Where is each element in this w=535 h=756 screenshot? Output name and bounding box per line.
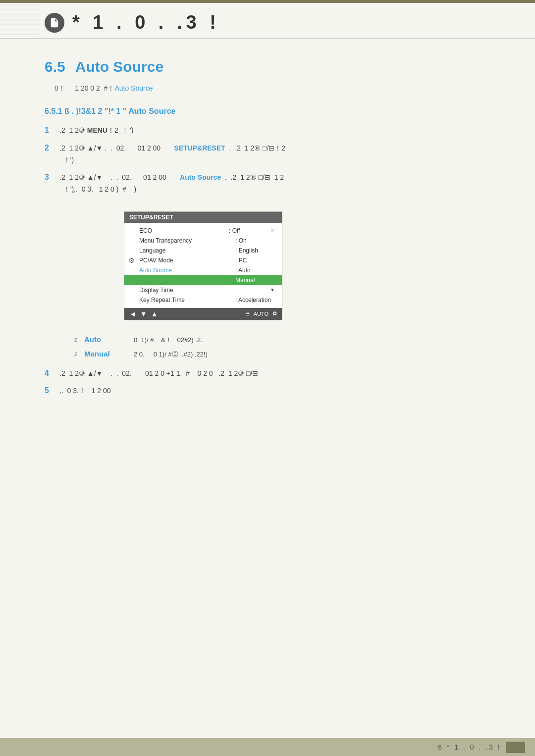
option-desc-manual: 2 0. 0 1)/ #⓪ .#2) .22!)	[134, 350, 208, 360]
steps-4-5: 4 .2 1 2⑩ ▲/▼ . . 02. 01 2 0 +1 1. # 0 2…	[45, 368, 490, 398]
osd-bottom-bar: ◄ ▼ ▲ ⊟ AUTO ✿	[124, 308, 282, 320]
osd-body: ECO : Off ☞ Menu Transparency : On Langu…	[124, 223, 282, 308]
osd-title-bar: SETUP&RESET	[124, 212, 282, 223]
osd-row-language: Language : English	[124, 246, 282, 255]
option-desc-auto: 0 1)/ #. &！ 02#2) .2.	[134, 335, 203, 346]
step-1: 1 .2 1 2⑩ MENU！2 ! ')	[45, 125, 490, 137]
osd-status-icons: ⊟ AUTO ✿	[245, 310, 277, 317]
nav-up-icon: ▲	[151, 310, 158, 318]
osd-value-auto-source: : Auto	[235, 267, 275, 274]
osd-value-manual: Manual	[235, 277, 275, 284]
osd-nav-icons: ◄ ▼ ▲	[129, 310, 158, 318]
step-text-4: .2 1 2⑩ ▲/▼ . . 02. 01 2 0 +1 1. # 0 2 0…	[59, 368, 490, 380]
options-list: z Auto 0 1)/ #. &！ 02#2) .2. z Manual 2 …	[74, 335, 490, 360]
step-text-1: .2 1 2⑩ MENU！2 ! ')	[59, 125, 490, 137]
monitor-icon: ⊟	[245, 310, 250, 317]
step-4: 4 .2 1 2⑩ ▲/▼ . . 02. 01 2 0 +1 1. # 0 2…	[45, 368, 490, 380]
subsection-heading: 6.5.1 ß . )!3&1 2 "!* 1 " Auto Source	[45, 107, 490, 116]
osd-label-pcav-mode: PC/AV Mode	[139, 257, 235, 264]
osd-label-key-repeat: Key Repeat Time	[139, 297, 235, 303]
footer-page-box	[506, 742, 525, 753]
osd-screenshot: SETUP&RESET ECO : Off ☞ Menu Transparenc…	[124, 211, 282, 320]
osd-row-display-time: Display Time ▼	[124, 285, 282, 295]
option-auto: z Auto 0 1)/ #. &！ 02#2) .2.	[74, 335, 490, 346]
footer: 6 * 1 . 0 . .3 !	[0, 738, 535, 756]
nav-left-icon: ◄	[129, 310, 136, 318]
step-number-5: 5	[45, 386, 59, 395]
section-heading: 6.5 Auto Source	[45, 58, 490, 75]
gear-icon: ⚙	[128, 256, 135, 264]
osd-row-menu-transparency: Menu Transparency : On	[124, 236, 282, 246]
osd-row-auto-source: Auto Source : Auto	[124, 265, 282, 275]
osd-value-eco: : Off	[229, 227, 268, 234]
osd-row-key-repeat: Key Repeat Time : Acceleration	[124, 295, 282, 305]
step-text-2: .2 1 2⑩ ▲/▼ . . 02. 01 2 00 SETUP&RESET …	[59, 143, 490, 166]
option-name-auto: Auto	[84, 335, 129, 344]
step-number-1: 1	[45, 126, 59, 135]
option-name-manual: Manual	[84, 350, 129, 358]
intro-highlight: Auto Source	[114, 84, 153, 92]
step-number-4: 4	[45, 369, 59, 378]
main-content: 6.5 Auto Source 0！ 1 20 0 2 #！Auto Sourc…	[0, 39, 535, 443]
osd-label-menu-transparency: Menu Transparency	[139, 237, 235, 244]
page-title: * 1 . 0 . .3 !	[72, 12, 220, 33]
auto-label: AUTO	[254, 311, 268, 317]
steps-1-3: 1 .2 1 2⑩ MENU！2 ! ') 2 .2 1 2⑩ ▲/▼ . . …	[45, 125, 490, 196]
step-5: 5 ,. 0 3.！ 1 2 00	[45, 385, 490, 397]
option-bullet-manual: z	[74, 350, 84, 357]
step-2: 2 .2 1 2⑩ ▲/▼ . . 02. 01 2 00 SETUP&RESE…	[45, 143, 490, 166]
option-manual: z Manual 2 0. 0 1)/ #⓪ .#2) .22!)	[74, 350, 490, 360]
nav-down-icon: ▼	[140, 310, 147, 318]
step-text-5: ,. 0 3.！ 1 2 00	[59, 385, 490, 397]
osd-value-pcav-mode: : PC	[235, 257, 275, 264]
osd-label-auto-source: Auto Source	[139, 267, 235, 274]
osd-label-language: Language	[139, 247, 235, 254]
osd-value-key-repeat: : Acceleration	[235, 297, 275, 303]
step-number-3: 3	[45, 173, 59, 182]
step-3: 3 .2 1 2⑩ ▲/▼ . . 02. 01 2 00 Auto Sourc…	[45, 172, 490, 196]
osd-row-manual: Manual	[124, 275, 282, 285]
power-icon: ✿	[272, 310, 277, 317]
osd-row-pcav-mode: ⚙ PC/AV Mode : PC	[124, 255, 282, 265]
intro-text: 0！ 1 20 0 2 #！Auto Source	[45, 84, 490, 93]
osd-value-language: : English	[235, 247, 275, 254]
left-decoration	[0, 0, 40, 40]
osd-value-menu-transparency: : On	[235, 237, 275, 244]
step-number-2: 2	[45, 144, 59, 152]
step-text-3: .2 1 2⑩ ▲/▼ . . 02. 01 2 00 Auto Source …	[59, 172, 490, 196]
footer-text: 6 * 1 . 0 . .3 !	[438, 743, 501, 751]
osd-row-eco: ECO : Off ☞	[124, 226, 282, 236]
header-icon	[45, 13, 64, 33]
section-number: 6.5	[45, 58, 65, 75]
option-bullet-auto: z	[74, 336, 84, 343]
page-header: * 1 . 0 . .3 !	[0, 3, 535, 39]
osd-label-eco: ECO	[139, 227, 229, 234]
osd-label-display-time: Display Time	[139, 287, 230, 294]
section-title: Auto Source	[75, 58, 163, 75]
document-icon	[49, 17, 60, 28]
